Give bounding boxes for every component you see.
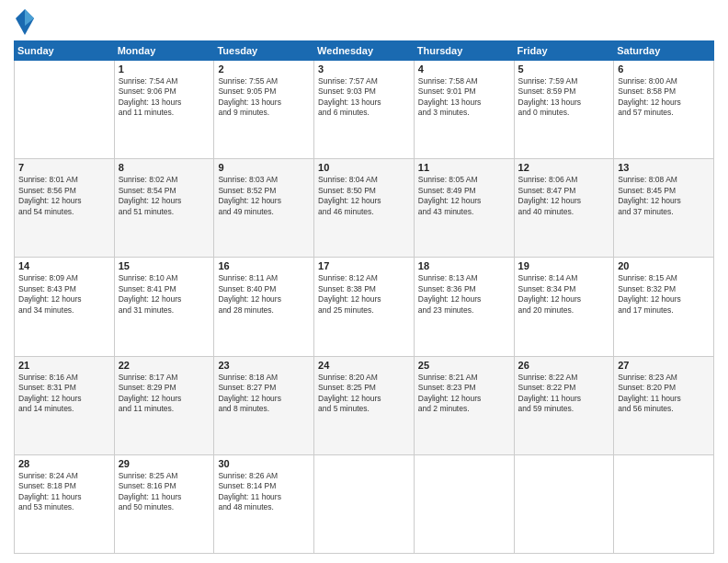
calendar-week-row: 1Sunrise: 7:54 AMSunset: 9:06 PMDaylight… — [15, 61, 714, 159]
calendar-day-cell: 2Sunrise: 7:55 AMSunset: 9:05 PMDaylight… — [214, 61, 314, 159]
day-info: Sunrise: 8:15 AMSunset: 8:32 PMDaylight:… — [618, 273, 710, 316]
calendar-day-cell: 3Sunrise: 7:57 AMSunset: 9:03 PMDaylight… — [314, 61, 415, 159]
day-number: 22 — [119, 360, 210, 371]
day-number: 14 — [18, 260, 110, 271]
day-info: Sunrise: 7:55 AMSunset: 9:05 PMDaylight:… — [218, 76, 310, 119]
day-info: Sunrise: 8:23 AMSunset: 8:20 PMDaylight:… — [618, 373, 710, 415]
calendar-day-cell: 10Sunrise: 8:04 AMSunset: 8:50 PMDayligh… — [314, 159, 415, 258]
day-info: Sunrise: 8:25 AMSunset: 8:16 PMDaylight:… — [119, 471, 210, 513]
day-info: Sunrise: 8:26 AMSunset: 8:14 PMDaylight:… — [218, 471, 310, 513]
day-info: Sunrise: 8:00 AMSunset: 8:58 PMDaylight:… — [618, 76, 710, 119]
day-info: Sunrise: 7:54 AMSunset: 9:06 PMDaylight:… — [119, 76, 210, 119]
day-number: 4 — [418, 63, 510, 75]
calendar-week-row: 28Sunrise: 8:24 AMSunset: 8:18 PMDayligh… — [15, 454, 714, 553]
calendar-day-cell: 7Sunrise: 8:01 AMSunset: 8:56 PMDaylight… — [15, 159, 115, 258]
calendar-day-cell: 27Sunrise: 8:23 AMSunset: 8:20 PMDayligh… — [614, 356, 714, 454]
calendar-day-cell — [15, 61, 115, 159]
day-number: 30 — [218, 458, 310, 469]
day-info: Sunrise: 8:01 AMSunset: 8:56 PMDaylight:… — [18, 175, 110, 217]
weekday-header: Wednesday — [314, 41, 415, 61]
day-number: 5 — [518, 63, 610, 75]
day-number: 21 — [18, 360, 110, 371]
day-number: 9 — [218, 162, 310, 173]
calendar-day-cell: 15Sunrise: 8:10 AMSunset: 8:41 PMDayligh… — [114, 258, 214, 356]
day-number: 29 — [119, 458, 210, 469]
day-number: 28 — [18, 458, 110, 469]
calendar-day-cell: 26Sunrise: 8:22 AMSunset: 8:22 PMDayligh… — [514, 356, 614, 454]
calendar-day-cell: 17Sunrise: 8:12 AMSunset: 8:38 PMDayligh… — [314, 258, 415, 356]
weekday-header: Saturday — [614, 41, 714, 61]
calendar-day-cell — [414, 454, 514, 553]
day-info: Sunrise: 7:59 AMSunset: 8:59 PMDaylight:… — [518, 76, 610, 119]
weekday-header: Tuesday — [214, 41, 314, 61]
day-info: Sunrise: 8:02 AMSunset: 8:54 PMDaylight:… — [119, 175, 210, 217]
day-info: Sunrise: 8:18 AMSunset: 8:27 PMDaylight:… — [218, 373, 310, 415]
day-number: 1 — [119, 63, 210, 75]
calendar-week-row: 21Sunrise: 8:16 AMSunset: 8:31 PMDayligh… — [15, 356, 714, 454]
day-info: Sunrise: 8:16 AMSunset: 8:31 PMDaylight:… — [18, 373, 110, 415]
calendar-day-cell: 21Sunrise: 8:16 AMSunset: 8:31 PMDayligh… — [15, 356, 115, 454]
day-info: Sunrise: 8:21 AMSunset: 8:23 PMDaylight:… — [418, 373, 510, 415]
calendar-day-cell: 1Sunrise: 7:54 AMSunset: 9:06 PMDaylight… — [114, 61, 214, 159]
calendar-day-cell: 19Sunrise: 8:14 AMSunset: 8:34 PMDayligh… — [514, 258, 614, 356]
calendar-day-cell: 4Sunrise: 7:58 AMSunset: 9:01 PMDaylight… — [414, 61, 514, 159]
day-number: 23 — [218, 360, 310, 371]
calendar-table: SundayMondayTuesdayWednesdayThursdayFrid… — [14, 40, 714, 554]
day-number: 18 — [418, 260, 510, 271]
day-info: Sunrise: 8:17 AMSunset: 8:29 PMDaylight:… — [119, 373, 210, 415]
weekday-header: Monday — [114, 41, 214, 61]
page: SundayMondayTuesdayWednesdayThursdayFrid… — [0, 0, 728, 563]
calendar-week-row: 14Sunrise: 8:09 AMSunset: 8:43 PMDayligh… — [15, 258, 714, 356]
day-info: Sunrise: 7:57 AMSunset: 9:03 PMDaylight:… — [318, 76, 410, 119]
day-number: 17 — [318, 260, 410, 271]
day-number: 7 — [18, 162, 110, 173]
calendar-day-cell: 14Sunrise: 8:09 AMSunset: 8:43 PMDayligh… — [15, 258, 115, 356]
day-info: Sunrise: 8:12 AMSunset: 8:38 PMDaylight:… — [318, 273, 410, 316]
calendar-header-row: SundayMondayTuesdayWednesdayThursdayFrid… — [15, 41, 714, 61]
day-number: 26 — [518, 360, 610, 371]
day-info: Sunrise: 8:08 AMSunset: 8:45 PMDaylight:… — [618, 175, 710, 217]
day-number: 2 — [218, 63, 310, 75]
day-number: 6 — [618, 63, 710, 75]
logo-icon — [16, 9, 34, 35]
day-number: 11 — [418, 162, 510, 173]
day-info: Sunrise: 8:06 AMSunset: 8:47 PMDaylight:… — [518, 175, 610, 217]
day-info: Sunrise: 8:11 AMSunset: 8:40 PMDaylight:… — [218, 273, 310, 316]
calendar-day-cell: 6Sunrise: 8:00 AMSunset: 8:58 PMDaylight… — [614, 61, 714, 159]
day-number: 16 — [218, 260, 310, 271]
weekday-header: Sunday — [15, 41, 115, 61]
day-number: 3 — [318, 63, 410, 75]
calendar-day-cell — [614, 454, 714, 553]
calendar-day-cell: 22Sunrise: 8:17 AMSunset: 8:29 PMDayligh… — [114, 356, 214, 454]
day-info: Sunrise: 8:04 AMSunset: 8:50 PMDaylight:… — [318, 175, 410, 217]
calendar-day-cell — [314, 454, 415, 553]
calendar-day-cell: 18Sunrise: 8:13 AMSunset: 8:36 PMDayligh… — [414, 258, 514, 356]
header — [14, 9, 714, 35]
day-number: 12 — [518, 162, 610, 173]
calendar-day-cell: 30Sunrise: 8:26 AMSunset: 8:14 PMDayligh… — [214, 454, 314, 553]
calendar-day-cell: 25Sunrise: 8:21 AMSunset: 8:23 PMDayligh… — [414, 356, 514, 454]
day-info: Sunrise: 7:58 AMSunset: 9:01 PMDaylight:… — [418, 76, 510, 119]
day-info: Sunrise: 8:13 AMSunset: 8:36 PMDaylight:… — [418, 273, 510, 316]
calendar-week-row: 7Sunrise: 8:01 AMSunset: 8:56 PMDaylight… — [15, 159, 714, 258]
calendar-day-cell: 23Sunrise: 8:18 AMSunset: 8:27 PMDayligh… — [214, 356, 314, 454]
day-info: Sunrise: 8:14 AMSunset: 8:34 PMDaylight:… — [518, 273, 610, 316]
day-info: Sunrise: 8:10 AMSunset: 8:41 PMDaylight:… — [119, 273, 210, 316]
day-info: Sunrise: 8:09 AMSunset: 8:43 PMDaylight:… — [18, 273, 110, 316]
calendar-day-cell: 20Sunrise: 8:15 AMSunset: 8:32 PMDayligh… — [614, 258, 714, 356]
day-number: 24 — [318, 360, 410, 371]
calendar-day-cell: 29Sunrise: 8:25 AMSunset: 8:16 PMDayligh… — [114, 454, 214, 553]
day-info: Sunrise: 8:20 AMSunset: 8:25 PMDaylight:… — [318, 373, 410, 415]
day-number: 25 — [418, 360, 510, 371]
calendar-day-cell: 13Sunrise: 8:08 AMSunset: 8:45 PMDayligh… — [614, 159, 714, 258]
calendar-day-cell — [514, 454, 614, 553]
calendar-day-cell: 16Sunrise: 8:11 AMSunset: 8:40 PMDayligh… — [214, 258, 314, 356]
logo — [14, 9, 34, 35]
day-number: 20 — [618, 260, 710, 271]
calendar-day-cell: 12Sunrise: 8:06 AMSunset: 8:47 PMDayligh… — [514, 159, 614, 258]
calendar-day-cell: 28Sunrise: 8:24 AMSunset: 8:18 PMDayligh… — [15, 454, 115, 553]
day-number: 15 — [119, 260, 210, 271]
day-info: Sunrise: 8:24 AMSunset: 8:18 PMDaylight:… — [18, 471, 110, 513]
calendar-day-cell: 11Sunrise: 8:05 AMSunset: 8:49 PMDayligh… — [414, 159, 514, 258]
calendar-day-cell: 24Sunrise: 8:20 AMSunset: 8:25 PMDayligh… — [314, 356, 415, 454]
